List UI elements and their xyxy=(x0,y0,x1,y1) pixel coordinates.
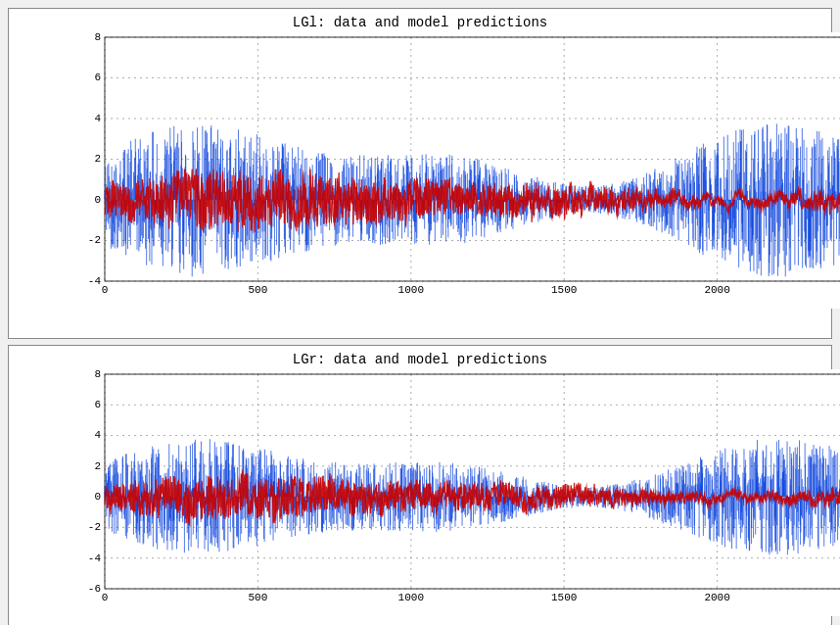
chart-canvas-2 xyxy=(58,369,840,616)
chart-panel-1: LGl: data and model predictions xyxy=(8,8,832,339)
chart-title-2: LGr: data and model predictions xyxy=(293,352,547,367)
chart-area-1 xyxy=(9,32,831,338)
chart-panel-2: LGr: data and model predictions xyxy=(8,345,832,625)
chart-area-2 xyxy=(9,369,831,625)
main-container: LGl: data and model predictions LGr: dat… xyxy=(0,0,840,625)
chart-canvas-1 xyxy=(58,32,840,309)
chart-title-1: LGl: data and model predictions xyxy=(293,15,547,30)
